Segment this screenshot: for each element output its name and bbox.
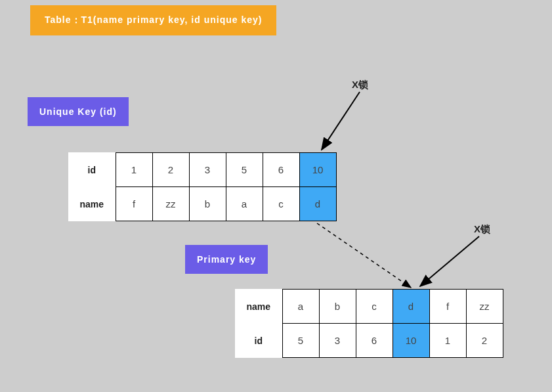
table-row: name f zz b a c d xyxy=(68,187,336,221)
cell-highlight: d xyxy=(299,187,336,221)
cell: 2 xyxy=(466,324,503,358)
cell-highlight: 10 xyxy=(393,324,429,358)
row-label-name: name xyxy=(235,290,282,324)
primary-key-badge: Primary key xyxy=(185,245,268,274)
table-row: id 1 2 3 5 6 10 xyxy=(68,153,336,187)
table-row: id 5 3 6 10 1 2 xyxy=(235,324,503,358)
cell: a xyxy=(226,187,263,221)
cell: c xyxy=(263,187,299,221)
title-banner: Table：T1(name primary key, id unique key… xyxy=(30,5,276,35)
unique-key-badge: Unique Key (id) xyxy=(28,97,129,126)
cell: a xyxy=(282,290,319,324)
cell: 1 xyxy=(116,153,152,187)
unique-index-table: id 1 2 3 5 6 10 name f zz b a c d xyxy=(68,152,337,221)
cell: c xyxy=(356,290,393,324)
cell-highlight: 10 xyxy=(299,153,336,187)
row-label-id: id xyxy=(68,153,116,187)
cell: 5 xyxy=(282,324,319,358)
arrow-upper-icon xyxy=(322,92,360,150)
table-row: name a b c d f zz xyxy=(235,290,503,324)
row-label-name: name xyxy=(68,187,116,221)
x-lock-label-upper: X锁 xyxy=(352,79,368,91)
cell: 3 xyxy=(319,324,356,358)
cell: b xyxy=(319,290,356,324)
cell: 2 xyxy=(152,153,189,187)
cell: f xyxy=(116,187,152,221)
link-dashed-arrow-icon xyxy=(317,223,411,288)
cell: 5 xyxy=(226,153,263,187)
cell: b xyxy=(189,187,226,221)
cell: 3 xyxy=(189,153,226,187)
cell: 6 xyxy=(356,324,393,358)
arrow-lower-icon xyxy=(420,236,479,286)
cell: 6 xyxy=(263,153,299,187)
cell: zz xyxy=(466,290,503,324)
row-label-id: id xyxy=(235,324,282,358)
cell: zz xyxy=(152,187,189,221)
x-lock-label-lower: X锁 xyxy=(474,223,490,236)
cell-highlight: d xyxy=(393,290,429,324)
cell: 1 xyxy=(429,324,466,358)
primary-key-table: name a b c d f zz id 5 3 6 10 1 2 xyxy=(235,289,503,358)
cell: f xyxy=(429,290,466,324)
